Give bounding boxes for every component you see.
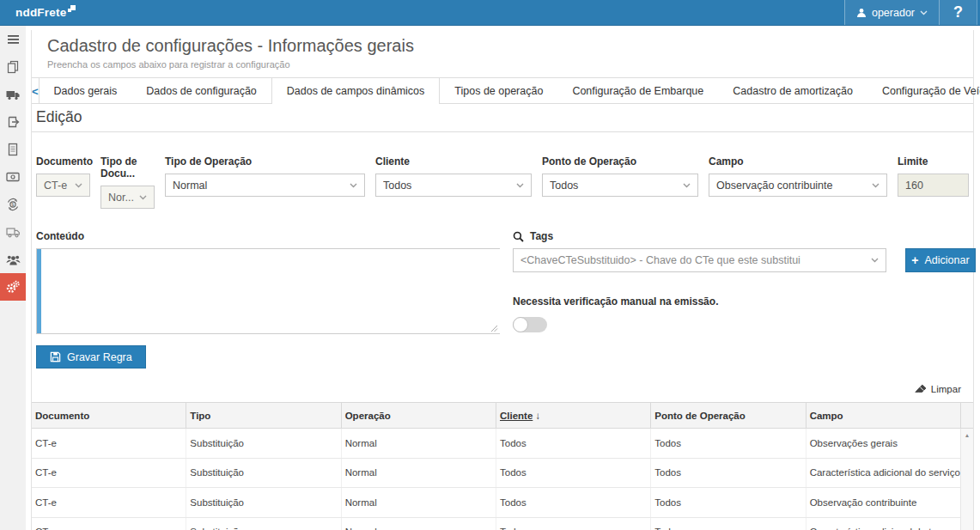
brand-name: nddFrete bbox=[15, 5, 66, 21]
column-header-documento[interactable]: Documento bbox=[32, 403, 186, 428]
limite-input[interactable]: 160 bbox=[898, 174, 969, 197]
gravar-regra-button[interactable]: Gravar Regra bbox=[36, 345, 146, 369]
page-subtitle: Preencha os campos abaixo para registrar… bbox=[47, 59, 958, 70]
table-scrollbar[interactable]: ▲ bbox=[960, 429, 973, 530]
table-row[interactable]: CT-e Substituição Normal Todos Todos Obs… bbox=[32, 429, 960, 459]
documento-label: Documento bbox=[36, 155, 90, 168]
search-icon bbox=[513, 231, 524, 242]
documento-select[interactable]: CT-e bbox=[36, 174, 90, 197]
cliente-label: Cliente bbox=[375, 155, 532, 168]
edit-form: Documento CT-e Tipo de Docu... Nor... Ti… bbox=[32, 155, 973, 397]
ponto-operacao-select[interactable]: Todos bbox=[542, 174, 698, 197]
sidebar-item-money-exchange[interactable]: $ bbox=[0, 191, 26, 218]
conteudo-label: Conteúdo bbox=[36, 230, 500, 242]
table-row[interactable]: CT-e Substituição Normal Todos Todos Obs… bbox=[32, 488, 960, 518]
tab-dados-de-campos-dinamicos[interactable]: Dados de campos dinâmicos bbox=[271, 78, 441, 104]
tab-configuracao-de-embarque[interactable]: Configuração de Embarque bbox=[557, 78, 718, 104]
limite-label: Limite bbox=[898, 155, 969, 168]
eraser-icon bbox=[915, 384, 927, 393]
tipo-documento-label: Tipo de Docu... bbox=[100, 155, 155, 180]
plus-icon: + bbox=[911, 254, 918, 266]
user-name: operador bbox=[872, 7, 915, 19]
user-icon bbox=[856, 8, 867, 18]
ponto-operacao-label: Ponto de Operação bbox=[542, 155, 698, 168]
column-header-operacao[interactable]: Operação bbox=[341, 403, 496, 428]
chevron-down-icon bbox=[350, 183, 357, 188]
tab-dados-de-configuracao[interactable]: Dados de configuração bbox=[131, 78, 271, 104]
column-header-campo[interactable]: Campo bbox=[806, 403, 960, 428]
tipo-documento-select[interactable]: Nor... bbox=[100, 186, 155, 209]
column-header-ponto-de-operacao[interactable]: Ponto de Operação bbox=[650, 403, 805, 428]
document-icon bbox=[6, 143, 20, 156]
tab-tipos-de-operacao[interactable]: Tipos de operação bbox=[440, 78, 557, 104]
sidebar-item-documents[interactable] bbox=[0, 53, 26, 81]
banknote-icon bbox=[6, 172, 20, 182]
tipo-operacao-label: Tipo de Operação bbox=[165, 155, 365, 168]
sidebar-item-truck[interactable] bbox=[0, 81, 26, 108]
money-exchange-icon: $ bbox=[6, 198, 20, 211]
table-header-row: Documento Tipo Operação Cliente ↓ Ponto … bbox=[32, 402, 973, 429]
menu-icon bbox=[7, 34, 20, 45]
chevron-down-icon bbox=[872, 183, 880, 188]
scroll-up-icon[interactable]: ▲ bbox=[961, 429, 973, 438]
truck-icon bbox=[6, 88, 20, 101]
toggle-knob bbox=[513, 317, 528, 332]
sidebar-item-delivery-truck[interactable] bbox=[0, 218, 26, 246]
help-button[interactable]: ? bbox=[940, 0, 977, 25]
brand-mark-icon bbox=[67, 5, 76, 15]
verification-toggle[interactable] bbox=[513, 317, 547, 332]
chevron-down-icon bbox=[75, 183, 82, 188]
tabstrip: < Dados gerais Dados de configuração Dad… bbox=[32, 77, 973, 104]
app-window: nddFrete operador ? bbox=[0, 0, 980, 530]
chevron-down-icon bbox=[516, 183, 524, 188]
documents-icon bbox=[6, 60, 20, 74]
tipo-operacao-select[interactable]: Normal bbox=[165, 174, 365, 197]
sort-descending-icon: ↓ bbox=[536, 411, 541, 421]
user-menu[interactable]: operador bbox=[844, 0, 940, 25]
delivery-truck-icon bbox=[6, 226, 21, 238]
main-panel: Cadastro de configurações - Informações … bbox=[31, 30, 974, 530]
conteudo-textarea-wrap bbox=[36, 248, 500, 334]
chevron-down-icon bbox=[920, 10, 928, 15]
tab-cadastro-de-amortizacao[interactable]: Cadastro de amortização bbox=[718, 78, 867, 104]
section-divider bbox=[32, 131, 973, 132]
sidebar-toggle-menu[interactable] bbox=[0, 26, 26, 53]
brand-logo: nddFrete bbox=[15, 5, 76, 21]
conteudo-textarea[interactable] bbox=[41, 249, 501, 333]
table-row[interactable]: CT-e Substituição Normal Todos Todos Car… bbox=[32, 518, 960, 530]
sidebar-item-export[interactable] bbox=[0, 108, 26, 136]
limpar-link[interactable]: Limpar bbox=[915, 384, 961, 394]
save-icon bbox=[50, 351, 61, 362]
rules-table: Documento Tipo Operação Cliente ↓ Ponto … bbox=[32, 402, 973, 530]
users-icon bbox=[6, 253, 21, 265]
sidebar-item-document[interactable] bbox=[0, 136, 26, 163]
tags-label: Tags bbox=[530, 230, 553, 242]
sidebar-item-banknote[interactable] bbox=[0, 163, 26, 191]
table-header-spacer bbox=[960, 403, 973, 428]
column-header-cliente[interactable]: Cliente ↓ bbox=[496, 403, 650, 428]
sidebar: $ bbox=[0, 26, 26, 530]
campo-select[interactable]: Observação contribuinte bbox=[709, 174, 887, 197]
svg-text:$: $ bbox=[11, 201, 15, 207]
chevron-down-icon bbox=[871, 258, 879, 263]
table-row[interactable]: CT-e Substituição Normal Todos Todos Car… bbox=[32, 459, 960, 489]
tab-configuracao-de-veiculos[interactable]: Configuração de Veículos bbox=[867, 78, 980, 104]
campo-label: Campo bbox=[709, 155, 887, 168]
resize-grip-icon[interactable] bbox=[490, 325, 498, 332]
chevron-down-icon bbox=[683, 183, 691, 188]
adicionar-button[interactable]: + Adicionar bbox=[905, 248, 976, 272]
sidebar-item-users[interactable] bbox=[0, 246, 26, 273]
column-header-tipo[interactable]: Tipo bbox=[186, 403, 340, 428]
sidebar-item-settings[interactable] bbox=[0, 273, 26, 301]
topbar: nddFrete operador ? bbox=[0, 0, 980, 26]
page-header: Cadastro de configurações - Informações … bbox=[32, 30, 973, 77]
verification-label: Necessita verificação manual na emissão. bbox=[513, 295, 976, 308]
tabs-scroll-left[interactable]: < bbox=[32, 78, 40, 104]
tags-select[interactable]: <ChaveCTeSubstituido> - Chave do CTe que… bbox=[513, 248, 886, 272]
export-document-icon bbox=[6, 115, 20, 129]
page-title: Cadastro de configurações - Informações … bbox=[47, 36, 958, 56]
section-heading-edicao: Edição bbox=[32, 104, 973, 131]
tab-dados-gerais[interactable]: Dados gerais bbox=[40, 78, 132, 104]
cliente-select[interactable]: Todos bbox=[375, 174, 532, 197]
settings-gears-icon bbox=[5, 280, 21, 294]
